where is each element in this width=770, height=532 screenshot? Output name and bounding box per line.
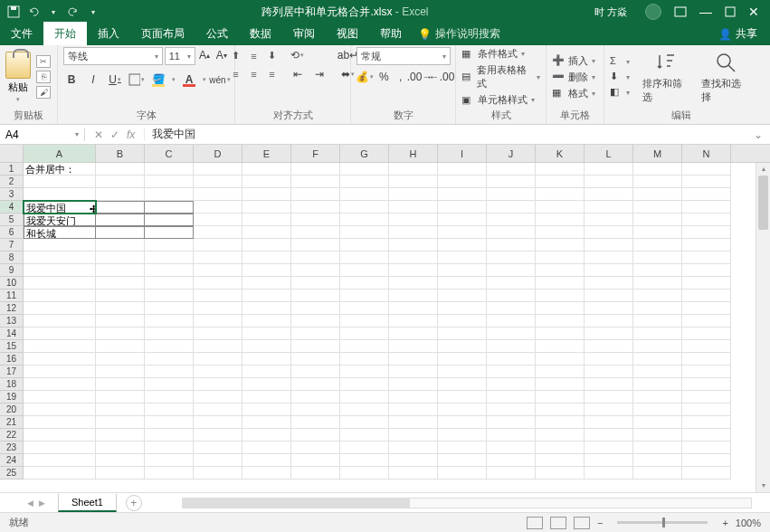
cell-I1[interactable] [438, 163, 487, 176]
font-size-combo[interactable]: 11▾ [165, 47, 195, 65]
col-header-E[interactable]: E [242, 145, 291, 162]
find-select-button[interactable]: 查找和选择 [698, 48, 753, 106]
row-header-19[interactable]: 19 [0, 391, 24, 404]
col-header-M[interactable]: M [633, 145, 682, 162]
cell-J12[interactable] [487, 302, 536, 315]
cell-I7[interactable] [438, 239, 487, 252]
cell-C3[interactable] [145, 188, 194, 201]
select-all-corner[interactable] [0, 145, 24, 162]
cell-K9[interactable] [536, 264, 585, 277]
delete-cells-button[interactable]: ➖删除▾ [552, 71, 595, 84]
cell-F23[interactable] [291, 442, 340, 454]
cell-F20[interactable] [291, 404, 340, 416]
fill-button[interactable]: ⬇▾ [610, 71, 630, 83]
cell-G25[interactable] [340, 467, 389, 480]
cell-K10[interactable] [536, 277, 585, 290]
cell-N8[interactable] [682, 252, 731, 264]
cell-F16[interactable] [291, 353, 340, 366]
cell-M6[interactable] [633, 226, 682, 239]
cell-D21[interactable] [194, 416, 242, 429]
cell-J20[interactable] [487, 404, 536, 416]
row-header-8[interactable]: 8 [0, 252, 24, 264]
cell-C8[interactable] [145, 252, 194, 264]
cell-A6[interactable]: 和长城 [24, 226, 96, 239]
cell-J16[interactable] [487, 353, 536, 366]
cell-H1[interactable] [389, 163, 438, 176]
enter-icon[interactable]: ✓ [110, 128, 119, 141]
cell-C16[interactable] [145, 353, 194, 366]
cell-E19[interactable] [242, 391, 291, 404]
cell-D7[interactable] [194, 239, 242, 252]
cell-B17[interactable] [96, 366, 145, 378]
cell-L16[interactable] [585, 353, 633, 366]
cell-L15[interactable] [585, 340, 633, 353]
cell-H16[interactable] [389, 353, 438, 366]
cell-I5[interactable] [438, 214, 487, 226]
accounting-icon[interactable]: 💰▾ [356, 69, 373, 85]
row-header-3[interactable]: 3 [0, 188, 24, 201]
cell-A14[interactable] [24, 328, 96, 340]
cell-I2[interactable] [438, 176, 487, 188]
cell-M24[interactable] [633, 454, 682, 467]
cell-B3[interactable] [96, 188, 145, 201]
row-header-13[interactable]: 13 [0, 315, 24, 328]
cell-C4[interactable] [145, 201, 194, 214]
cell-H24[interactable] [389, 454, 438, 467]
cell-M10[interactable] [633, 277, 682, 290]
scroll-thumb[interactable] [758, 176, 768, 230]
cell-E22[interactable] [242, 429, 291, 442]
format-cells-button[interactable]: ▦格式▾ [552, 87, 595, 100]
cell-A4[interactable]: 我爱中国✢ [24, 201, 96, 214]
cell-L19[interactable] [585, 391, 633, 404]
cell-D25[interactable] [194, 467, 242, 480]
cell-L6[interactable] [585, 226, 633, 239]
cell-C1[interactable] [145, 163, 194, 176]
cell-D19[interactable] [194, 391, 242, 404]
row-header-11[interactable]: 11 [0, 290, 24, 302]
cell-J22[interactable] [487, 429, 536, 442]
cell-K15[interactable] [536, 340, 585, 353]
cell-F17[interactable] [291, 366, 340, 378]
cell-M23[interactable] [633, 442, 682, 454]
cell-F11[interactable] [291, 290, 340, 302]
cell-M16[interactable] [633, 353, 682, 366]
col-header-I[interactable]: I [438, 145, 487, 162]
cell-E3[interactable] [242, 188, 291, 201]
cell-N23[interactable] [682, 442, 731, 454]
shrink-font-icon[interactable]: A▾ [214, 47, 229, 63]
cell-N10[interactable] [682, 277, 731, 290]
cell-M11[interactable] [633, 290, 682, 302]
cell-A9[interactable] [24, 264, 96, 277]
cell-L1[interactable] [585, 163, 633, 176]
cell-J17[interactable] [487, 366, 536, 378]
cell-H22[interactable] [389, 429, 438, 442]
cell-L23[interactable] [585, 442, 633, 454]
cell-J18[interactable] [487, 378, 536, 391]
cell-M21[interactable] [633, 416, 682, 429]
row-header-12[interactable]: 12 [0, 302, 24, 315]
cell-L5[interactable] [585, 214, 633, 226]
orientation-icon[interactable]: ⟲▾ [290, 47, 306, 63]
cell-H9[interactable] [389, 264, 438, 277]
cell-K18[interactable] [536, 378, 585, 391]
cell-B25[interactable] [96, 467, 145, 480]
copy-icon[interactable]: ⎘ [36, 71, 51, 83]
ribbon-display-icon[interactable] [674, 6, 687, 17]
autosum-button[interactable]: Σ▾ [610, 55, 630, 68]
col-header-L[interactable]: L [585, 145, 633, 162]
underline-button[interactable]: U▾ [107, 71, 123, 88]
cell-D4[interactable] [194, 201, 242, 214]
cell-C25[interactable] [145, 467, 194, 480]
cell-G8[interactable] [340, 252, 389, 264]
align-right-icon[interactable]: ≡ [264, 66, 280, 82]
maximize-icon[interactable] [725, 6, 736, 17]
row-header-1[interactable]: 1 [0, 163, 24, 176]
sheet-nav[interactable]: ◀▶ [27, 499, 45, 508]
cell-L21[interactable] [585, 416, 633, 429]
cell-K11[interactable] [536, 290, 585, 302]
cell-L24[interactable] [585, 454, 633, 467]
cell-D15[interactable] [194, 340, 242, 353]
cell-N16[interactable] [682, 353, 731, 366]
avatar[interactable] [645, 4, 661, 20]
cut-icon[interactable]: ✂ [36, 55, 51, 68]
